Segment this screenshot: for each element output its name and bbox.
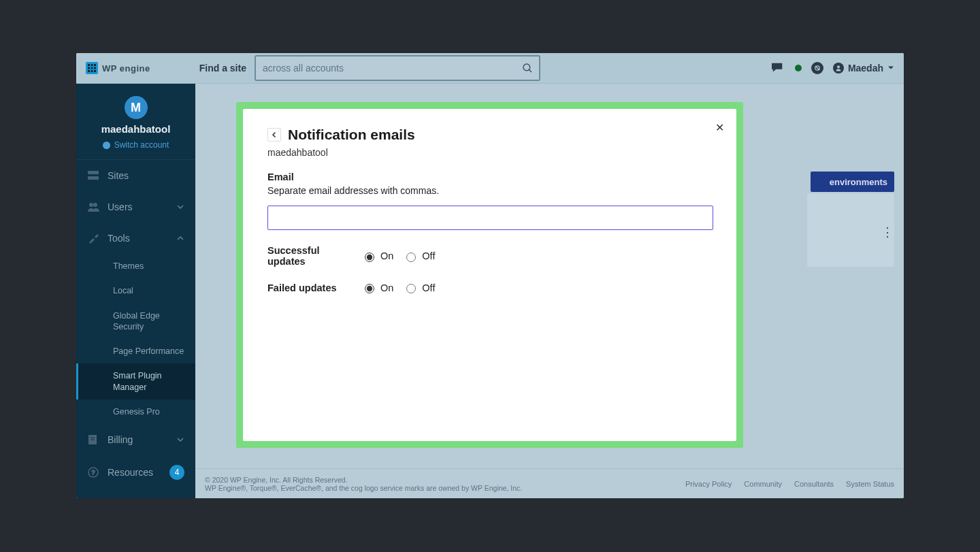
failed-updates-label: Failed updates	[267, 282, 352, 293]
help-icon[interactable]	[811, 62, 823, 74]
sidebar-item-resources[interactable]: ? Resources 4	[76, 455, 195, 489]
chat-icon[interactable]	[770, 62, 785, 74]
sidebar-sub-genesis-pro[interactable]: Genesis Pro	[76, 400, 195, 424]
tools-icon	[87, 232, 99, 244]
brand-text: WP engine	[102, 63, 150, 74]
site-search[interactable]	[255, 55, 540, 81]
alert-icon	[103, 142, 110, 149]
user-avatar-icon	[833, 63, 844, 74]
email-label: Email	[267, 172, 712, 182]
modal-title: Notification emails	[288, 127, 415, 143]
user-name: Maedah	[848, 63, 883, 74]
sidebar-item-label: Resources	[108, 467, 153, 478]
brand-icon	[86, 62, 98, 74]
footer-legal: © 2020 WP Engine, Inc. All Rights Reserv…	[205, 476, 522, 492]
billing-icon	[87, 434, 99, 446]
close-icon[interactable]: ✕	[715, 121, 724, 134]
svg-rect-15	[88, 171, 99, 174]
svg-point-18	[93, 203, 97, 207]
sites-icon	[87, 169, 99, 182]
successful-off-radio[interactable]: Off	[403, 250, 435, 262]
svg-line-10	[529, 69, 532, 72]
topbar-right: Maedah	[770, 62, 894, 74]
svg-point-14	[837, 65, 840, 68]
failed-off-radio[interactable]: Off	[403, 282, 435, 293]
sidebar-item-label: Tools	[108, 233, 130, 244]
sidebar-item-sites[interactable]: Sites	[76, 160, 195, 191]
footer-copyright: © 2020 WP Engine, Inc. All Rights Reserv…	[205, 476, 522, 484]
footer-trademark: WP Engine®, Torque®, EverCache®, and the…	[205, 484, 522, 492]
footer-link-privacy[interactable]: Privacy Policy	[685, 480, 732, 488]
successful-on-radio[interactable]: On	[361, 250, 393, 262]
footer-link-system-status[interactable]: System Status	[846, 480, 894, 488]
account-name: maedahbatool	[83, 123, 189, 135]
footer-link-community[interactable]: Community	[744, 480, 782, 488]
svg-rect-0	[88, 64, 90, 66]
footer-links: Privacy Policy Community Consultants Sys…	[685, 480, 894, 488]
successful-updates-row: Successful updates On Off	[267, 245, 712, 267]
sidebar-account: M maedahbatool Switch account	[76, 84, 195, 160]
site-search-input[interactable]	[261, 62, 521, 74]
svg-point-17	[89, 203, 93, 207]
footer: © 2020 WP Engine, Inc. All Rights Reserv…	[195, 468, 904, 498]
users-icon	[87, 201, 99, 213]
svg-rect-7	[91, 70, 93, 72]
sidebar-item-label: Sites	[108, 170, 129, 181]
switch-account-link[interactable]: Switch account	[83, 140, 189, 150]
tools-submenu: Themes Local Global Edge Security Page P…	[76, 254, 195, 424]
footer-link-consultants[interactable]: Consultants	[794, 480, 834, 488]
email-input[interactable]	[267, 206, 713, 230]
more-menu-icon[interactable]: ⋮	[881, 231, 893, 233]
resources-badge: 4	[169, 465, 184, 480]
status-online-icon	[795, 65, 802, 71]
search-icon	[521, 62, 534, 74]
caret-down-icon	[887, 65, 894, 71]
svg-text:?: ?	[91, 469, 95, 476]
failed-updates-row: Failed updates On Off	[267, 282, 712, 293]
back-button[interactable]	[267, 128, 281, 142]
sidebar-sub-global-edge-security[interactable]: Global Edge Security	[76, 304, 195, 340]
sidebar-sub-themes[interactable]: Themes	[76, 254, 195, 278]
notification-emails-modal: ✕ Notification emails maedahbatool Email…	[243, 109, 736, 441]
chevron-down-icon	[176, 436, 184, 444]
sidebar-item-users[interactable]: Users	[76, 191, 195, 223]
resources-icon: ?	[87, 466, 99, 478]
svg-rect-4	[91, 67, 93, 69]
modal-header: Notification emails	[267, 127, 712, 143]
svg-rect-6	[88, 70, 90, 72]
modal-highlight: ✕ Notification emails maedahbatool Email…	[236, 102, 743, 448]
sidebar-item-label: Users	[108, 201, 133, 212]
svg-rect-5	[94, 67, 96, 69]
chevron-down-icon	[176, 203, 184, 211]
sidebar-item-label: Billing	[108, 434, 133, 445]
sidebar-sub-local[interactable]: Local	[76, 278, 195, 303]
user-menu[interactable]: Maedah	[833, 63, 894, 74]
successful-updates-label: Successful updates	[267, 245, 352, 267]
find-site-label: Find a site	[199, 63, 246, 74]
switch-account-label: Switch account	[114, 140, 169, 150]
account-avatar: M	[125, 96, 148, 119]
app-frame: WP engine Find a site Maedah	[76, 53, 904, 498]
sidebar-item-tools[interactable]: Tools	[76, 223, 195, 254]
failed-on-radio[interactable]: On	[361, 282, 393, 293]
brand-logo[interactable]: WP engine	[86, 62, 150, 74]
sidebar-sub-page-performance[interactable]: Page Performance	[76, 339, 195, 363]
modal-subtitle: maedahbatool	[267, 147, 712, 158]
chevron-left-icon	[271, 131, 278, 138]
sidebar-item-billing[interactable]: Billing	[76, 424, 195, 455]
svg-rect-1	[91, 64, 93, 66]
environments-button[interactable]: environments	[811, 172, 894, 192]
svg-rect-3	[88, 67, 90, 69]
svg-rect-2	[94, 64, 96, 66]
chevron-up-icon	[176, 234, 184, 242]
topbar: WP engine Find a site Maedah	[76, 53, 904, 84]
sidebar: M maedahbatool Switch account Sites User…	[76, 84, 195, 498]
email-help-text: Separate email addresses with commas.	[267, 185, 712, 196]
svg-point-9	[523, 64, 530, 71]
svg-rect-8	[94, 70, 96, 72]
svg-rect-16	[88, 176, 99, 180]
sidebar-sub-smart-plugin-manager[interactable]: Smart Plugin Manager	[76, 363, 195, 400]
